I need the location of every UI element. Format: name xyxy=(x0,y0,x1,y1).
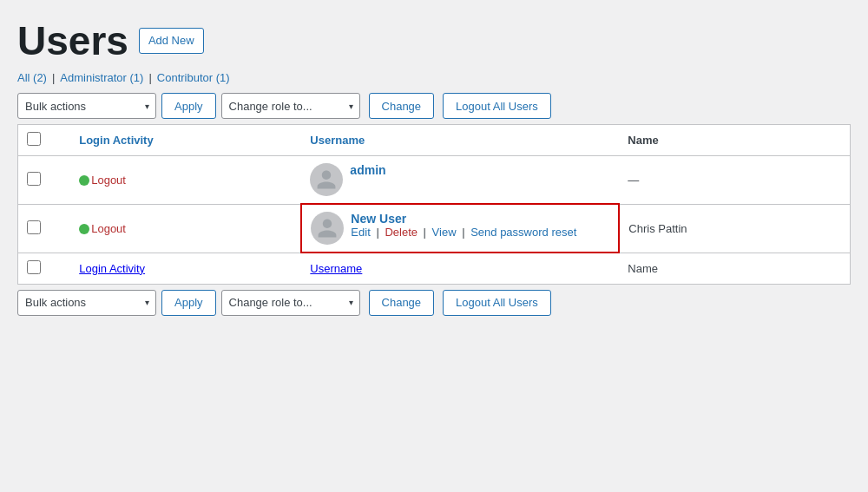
row-admin-login-cell: Logout xyxy=(70,156,301,205)
filter-administrator[interactable]: Administrator (1) xyxy=(60,71,143,84)
page-title: Users xyxy=(17,17,128,64)
header-row: Login Activity Username Name xyxy=(18,125,851,156)
filter-links: All (2) | Administrator (1) | Contributo… xyxy=(17,71,851,84)
page-wrapper: Users Add New All (2) | Administrator (1… xyxy=(0,0,868,492)
row-newuser-details: New User Edit | Delete | View | Send pas… xyxy=(351,212,576,239)
th-checkbox xyxy=(18,125,71,156)
th-login-activity: Login Activity xyxy=(70,125,301,156)
table-footer: Login Activity Username Name xyxy=(18,253,851,284)
page-header: Users Add New xyxy=(17,17,851,64)
footer-header-row: Login Activity Username Name xyxy=(18,253,851,284)
bulk-actions-select-bottom[interactable]: Bulk actions Delete xyxy=(17,290,156,316)
sep-1: | xyxy=(52,71,55,84)
change-role-wrapper-top: Change role to... Administrator Editor A… xyxy=(221,93,360,119)
logout-link-newuser[interactable]: Logout xyxy=(91,222,126,235)
table-row: Logout admin — xyxy=(18,156,851,205)
row-newuser-login-cell: Logout xyxy=(70,204,301,253)
tfoot-login-label: Login Activity xyxy=(70,253,301,284)
avatar-admin xyxy=(310,163,343,196)
change-role-select-bottom[interactable]: Change role to... Administrator Editor A… xyxy=(221,290,360,316)
change-role-select-top[interactable]: Change role to... Administrator Editor A… xyxy=(221,93,360,119)
bulk-actions-select-top[interactable]: Bulk actions Delete xyxy=(17,93,156,119)
sep-2: | xyxy=(148,71,151,84)
row-newuser-checkbox-cell xyxy=(18,204,71,253)
action-sep-2: | xyxy=(424,226,430,239)
row-admin-checkbox-cell xyxy=(18,156,71,205)
tfoot-username-label: Username xyxy=(301,253,619,284)
change-button-top[interactable]: Change xyxy=(369,93,435,119)
row-newuser-name-cell: Chris Pattin xyxy=(619,204,850,253)
delete-link-newuser[interactable]: Delete xyxy=(385,226,418,239)
change-button-bottom[interactable]: Change xyxy=(369,290,435,316)
row-admin-details: admin xyxy=(350,163,385,177)
username-link-newuser[interactable]: New User xyxy=(351,212,576,226)
table-row: Logout New User Edit | xyxy=(18,204,851,253)
username-sort[interactable]: Username xyxy=(310,134,365,147)
table-body: Logout admin — xyxy=(18,156,851,253)
edit-link-newuser[interactable]: Edit xyxy=(351,226,370,239)
th-username: Username xyxy=(301,125,619,156)
view-link-newuser[interactable]: View xyxy=(432,226,457,239)
filter-all[interactable]: All (2) xyxy=(17,71,47,84)
username-sort-bottom[interactable]: Username xyxy=(310,262,362,275)
action-sep-1: | xyxy=(376,226,382,239)
login-activity-sort[interactable]: Login Activity xyxy=(79,134,153,147)
newuser-name: Chris Pattin xyxy=(628,222,687,235)
users-table: Login Activity Username Name Logout xyxy=(17,124,851,285)
select-all-checkbox-bottom[interactable] xyxy=(27,260,41,274)
action-sep-3: | xyxy=(462,226,468,239)
admin-name-dash: — xyxy=(628,174,639,187)
online-dot-admin xyxy=(79,175,89,186)
change-role-wrapper-bottom: Change role to... Administrator Editor A… xyxy=(221,290,360,316)
select-all-checkbox[interactable] xyxy=(27,132,41,146)
toolbar-bottom: Bulk actions Delete ▾ Apply Change role … xyxy=(17,290,851,316)
toolbar-top: Bulk actions Delete ▾ Apply Change role … xyxy=(17,93,851,119)
row-newuser-user-info: New User Edit | Delete | View | Send pas… xyxy=(311,212,609,245)
apply-button-bottom[interactable]: Apply xyxy=(161,290,216,316)
avatar-icon-newuser xyxy=(316,217,339,239)
apply-button-top[interactable]: Apply xyxy=(161,93,216,119)
row-newuser-actions: Edit | Delete | View | Send password res… xyxy=(351,226,576,239)
row-admin-name-cell: — xyxy=(619,156,850,205)
filter-contributor[interactable]: Contributor (1) xyxy=(157,71,230,84)
add-new-button[interactable]: Add New xyxy=(139,28,204,55)
send-password-link-newuser[interactable]: Send password reset xyxy=(470,226,576,239)
logout-all-button-top[interactable]: Logout All Users xyxy=(443,93,551,119)
avatar-newuser xyxy=(311,212,344,245)
th-name: Name xyxy=(619,125,850,156)
row-newuser-checkbox[interactable] xyxy=(27,220,41,234)
logout-all-button-bottom[interactable]: Logout All Users xyxy=(443,290,551,316)
login-activity-sort-bottom[interactable]: Login Activity xyxy=(79,262,145,275)
tfoot-name-label: Name xyxy=(619,253,850,284)
row-newuser-username-cell: New User Edit | Delete | View | Send pas… xyxy=(301,204,619,253)
tfoot-checkbox-cell xyxy=(18,253,71,284)
online-dot-newuser xyxy=(79,224,89,234)
table-header: Login Activity Username Name xyxy=(18,125,851,156)
username-link-admin[interactable]: admin xyxy=(350,163,385,177)
row-admin-username-cell: admin xyxy=(301,156,619,205)
row-admin-user-info: admin xyxy=(310,163,610,196)
row-admin-checkbox[interactable] xyxy=(27,172,41,186)
logout-link-admin[interactable]: Logout xyxy=(91,174,126,187)
bulk-actions-wrapper-bottom: Bulk actions Delete ▾ xyxy=(17,290,156,316)
bulk-actions-wrapper-top: Bulk actions Delete ▾ xyxy=(17,93,156,119)
avatar-icon-admin xyxy=(315,168,338,191)
